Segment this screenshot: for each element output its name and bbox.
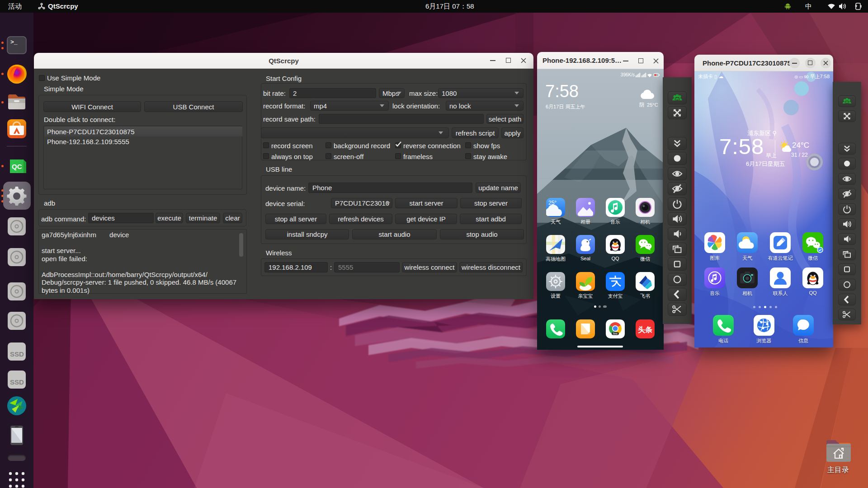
svg-text:>_: >_ bbox=[10, 39, 18, 46]
svg-text:头条: 头条 bbox=[638, 326, 653, 333]
svg-text:SSD: SSD bbox=[10, 378, 24, 386]
svg-text:QC: QC bbox=[12, 163, 22, 170]
svg-text:Beta: Beta bbox=[613, 333, 618, 335]
svg-text:SSD: SSD bbox=[10, 350, 24, 358]
